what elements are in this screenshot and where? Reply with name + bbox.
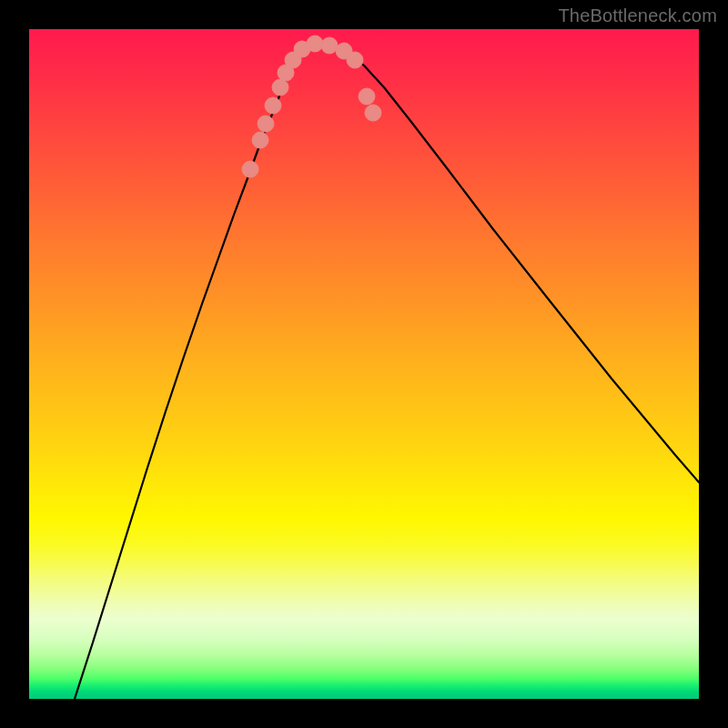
- plot-area: [29, 29, 699, 699]
- watermark-text: TheBottleneck.com: [558, 5, 717, 26]
- curve-markers: [242, 35, 381, 177]
- curve-marker: [258, 116, 274, 132]
- curve-overlay: [29, 29, 699, 699]
- curve-marker: [242, 161, 258, 177]
- curve-marker: [272, 79, 288, 96]
- curve-marker: [307, 35, 323, 52]
- bottleneck-curve: [75, 44, 699, 699]
- curve-marker: [252, 132, 268, 148]
- curve-marker: [321, 37, 338, 54]
- curve-marker: [365, 105, 381, 121]
- curve-marker: [347, 52, 363, 68]
- curve-marker: [359, 88, 375, 105]
- chart-frame: TheBottleneck.com: [0, 0, 728, 728]
- curve-marker: [265, 97, 281, 114]
